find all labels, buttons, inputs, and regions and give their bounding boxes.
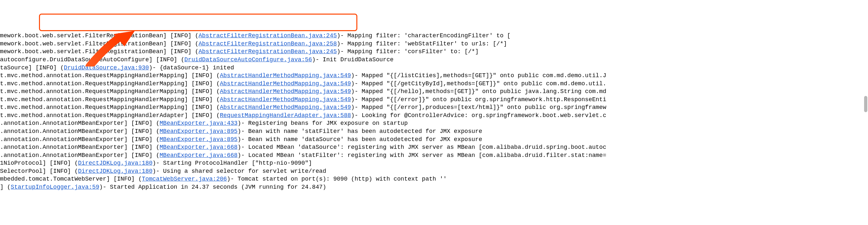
log-message: )- Started Application in 24.37 seconds … [99,184,327,190]
source-file-link[interactable]: AbstractHandlerMethodMapping.java:549 [220,80,351,87]
log-prefix: .annotation.AnnotationMBeanExporter] [IN… [0,136,159,143]
log-line: mbedded.tomcat.TomcatWebServer] [INFO] (… [0,175,868,183]
annotation-highlight-box [39,13,357,31]
source-file-link[interactable]: StartupInfoLogger.java:59 [11,184,99,190]
log-prefix: mework.boot.web.servlet.FilterRegistrati… [0,32,198,39]
log-prefix: t.mvc.method.annotation.RequestMappingHa… [0,88,220,95]
source-file-link[interactable]: MBeanExporter.java:433 [159,120,238,126]
log-message: )- Using a shared selector for servlet w… [152,168,326,175]
source-file-link[interactable]: AbstractFilterRegistrationBean.java:245 [198,48,337,55]
source-file-link[interactable]: AbstractHandlerMethodMapping.java:549 [220,96,351,103]
source-file-link[interactable]: MBeanExporter.java:895 [159,128,238,135]
log-line: ] (StartupInfoLogger.java:59)- Started A… [0,183,868,191]
log-prefix: mework.boot.web.servlet.FilterRegistrati… [0,40,198,47]
log-line: t.mvc.method.annotation.RequestMappingHa… [0,87,868,96]
log-line: t.mvc.method.annotation.RequestMappingHa… [0,80,868,88]
log-message: )- Mapped "{[/getCityById],methods=[GET]… [351,80,607,87]
source-file-link[interactable]: MBeanExporter.java:668 [159,144,238,150]
source-file-link[interactable]: AbstractFilterRegistrationBean.java:245 [198,32,337,39]
source-file-link[interactable]: DruidDataSource.java:930 [64,65,149,71]
log-message: )- Looking for @ControllerAdvice: org.sp… [351,112,607,119]
log-prefix: .annotation.AnnotationMBeanExporter] [IN… [0,144,159,150]
source-file-link[interactable]: MBeanExporter.java:668 [159,152,238,158]
log-prefix: 1NioProtocol] [INFO] ( [0,160,78,166]
source-file-link[interactable]: RequestMappingHandlerAdapter.java:588 [220,112,351,119]
log-line: mework.boot.web.servlet.FilterRegistrati… [0,40,868,48]
source-file-link[interactable]: AbstractHandlerMethodMapping.java:549 [220,88,351,95]
log-message: )- Mapped "{[/hello],methods=[GET]}" ont… [351,88,607,95]
log-message: )- Mapping filter: 'characterEncodingFil… [337,32,511,39]
source-file-link[interactable]: DirectJDKLog.java:180 [78,168,152,175]
log-prefix: ] ( [0,184,11,190]
log-prefix: autoconfigure.DruidDataSourceAutoConfigu… [0,57,185,63]
log-prefix: t.mvc.method.annotation.RequestMappingHa… [0,112,220,119]
log-line: .annotation.AnnotationMBeanExporter] [IN… [0,119,868,127]
log-message: )- Mapped "{[/listCities],methods=[GET]}… [351,72,607,79]
source-file-link[interactable]: AbstractFilterRegistrationBean.java:258 [198,40,337,47]
vertical-scrollbar[interactable] [864,96,867,112]
log-line: t.mvc.method.annotation.RequestMappingHa… [0,104,868,112]
log-prefix: t.mvc.method.annotation.RequestMappingHa… [0,80,220,87]
log-message: )- Mapping filter: 'corsFilter' to: [/*] [337,48,479,55]
log-prefix: t.mvc.method.annotation.RequestMappingHa… [0,96,220,103]
log-message: )- Starting ProtocolHandler ["http-nio-9… [152,160,312,166]
log-message: )- Located MBean 'statFilter': registeri… [238,152,606,158]
log-line: t.mvc.method.annotation.RequestMappingHa… [0,112,868,120]
log-line: 1NioProtocol] [INFO] (DirectJDKLog.java:… [0,159,868,167]
log-prefix: .annotation.AnnotationMBeanExporter] [IN… [0,128,159,135]
log-line: .annotation.AnnotationMBeanExporter] [IN… [0,136,868,144]
source-file-link[interactable]: MBeanExporter.java:895 [159,136,238,143]
log-line: .annotation.AnnotationMBeanExporter] [IN… [0,127,868,136]
log-line: mework.boot.web.servlet.FilterRegistrati… [0,32,868,40]
log-message: )- Mapped "{[/error],produces=[text/html… [351,104,607,111]
log-prefix: taSource] [INFO] ( [0,65,64,71]
log-message: )- Registering beans for JMX exposure on… [238,120,408,126]
log-prefix: mbedded.tomcat.TomcatWebServer] [INFO] ( [0,176,142,182]
log-message: )- Mapped "{[/error]}" onto public org.s… [351,96,607,103]
log-line: autoconfigure.DruidDataSourceAutoConfigu… [0,56,868,64]
log-prefix: t.mvc.method.annotation.RequestMappingHa… [0,72,220,79]
log-line: .annotation.AnnotationMBeanExporter] [IN… [0,143,868,151]
log-line: .annotation.AnnotationMBeanExporter] [IN… [0,151,868,159]
log-message: )- Bean with name 'dataSource' has been … [238,136,482,143]
log-prefix: SelectorPool] [INFO] ( [0,168,78,175]
log-message: )- Mapping filter: 'webStatFilter' to ur… [337,40,507,47]
log-message: )- Bean with name 'statFilter' has been … [238,128,482,135]
log-line: mework.boot.web.servlet.FilterRegistrati… [0,48,868,56]
log-prefix: .annotation.AnnotationMBeanExporter] [IN… [0,120,159,126]
source-file-link[interactable]: DirectJDKLog.java:180 [78,160,152,166]
log-prefix: .annotation.AnnotationMBeanExporter] [IN… [0,152,159,158]
console-log-output: mework.boot.web.servlet.FilterRegistrati… [0,32,868,191]
log-message: )- Init DruidDataSource [312,57,393,63]
log-line: SelectorPool] [INFO] (DirectJDKLog.java:… [0,167,868,176]
log-line: t.mvc.method.annotation.RequestMappingHa… [0,72,868,80]
log-prefix: t.mvc.method.annotation.RequestMappingHa… [0,104,220,111]
source-file-link[interactable]: DruidDataSourceAutoConfigure.java:56 [185,57,312,63]
log-message: )- Located MBean 'dataSource': registeri… [238,144,606,150]
log-message: )- Tomcat started on port(s): 9090 (http… [227,176,447,182]
source-file-link[interactable]: TomcatWebServer.java:206 [142,176,227,182]
source-file-link[interactable]: AbstractHandlerMethodMapping.java:549 [220,104,351,111]
log-line: t.mvc.method.annotation.RequestMappingHa… [0,96,868,104]
log-line: taSource] [INFO] (DruidDataSource.java:9… [0,64,868,72]
log-prefix: mework.boot.web.servlet.FilterRegistrati… [0,48,198,55]
log-message: )- {dataSource-1} inited [149,65,234,71]
source-file-link[interactable]: AbstractHandlerMethodMapping.java:549 [220,72,351,79]
